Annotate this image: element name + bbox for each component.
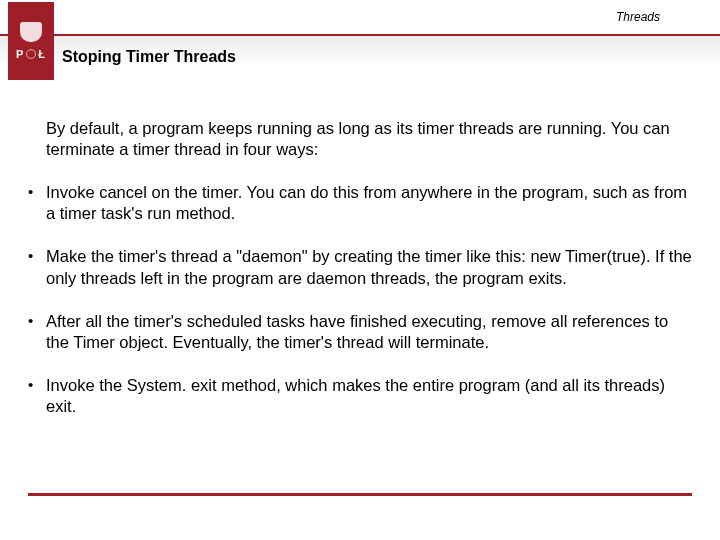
logo-crest-icon <box>20 22 42 42</box>
intro-paragraph: By default, a program keeps running as l… <box>46 118 692 160</box>
bullet-text: Invoke cancel on the timer. You can do t… <box>46 182 692 224</box>
slide-title: Stoping Timer Threads <box>62 48 236 66</box>
list-item: • Invoke cancel on the timer. You can do… <box>28 182 692 224</box>
bullet-marker-icon: • <box>28 311 46 353</box>
bullet-list: • Invoke cancel on the timer. You can do… <box>28 182 692 417</box>
logo-letter-right: Ł <box>38 48 46 60</box>
bullet-marker-icon: • <box>28 375 46 417</box>
logo-icon: P Ł <box>8 2 54 80</box>
logo-letters: P Ł <box>16 48 46 60</box>
bullet-marker-icon: • <box>28 182 46 224</box>
category-label: Threads <box>616 10 660 24</box>
title-bar: P Ł Stoping Timer Threads <box>0 34 720 78</box>
slide-content: By default, a program keeps running as l… <box>0 78 720 417</box>
bullet-marker-icon: • <box>28 246 46 288</box>
footer-divider <box>28 493 692 496</box>
list-item: • After all the timer's scheduled tasks … <box>28 311 692 353</box>
bullet-text: After all the timer's scheduled tasks ha… <box>46 311 692 353</box>
list-item: • Make the timer's thread a "daemon" by … <box>28 246 692 288</box>
logo-wreath-icon <box>26 49 36 59</box>
logo-letter-left: P <box>16 48 24 60</box>
list-item: • Invoke the System. exit method, which … <box>28 375 692 417</box>
header-category-bar: Threads <box>0 0 720 34</box>
bullet-text: Make the timer's thread a "daemon" by cr… <box>46 246 692 288</box>
bullet-text: Invoke the System. exit method, which ma… <box>46 375 692 417</box>
